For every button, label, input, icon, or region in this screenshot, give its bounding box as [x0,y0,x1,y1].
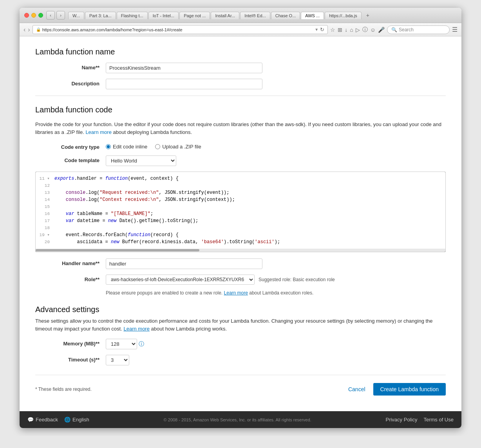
lambda-function-code-heading: Lambda function code [35,102,446,114]
edit-inline-option[interactable]: Edit code inline [106,144,147,150]
memory-info-icon[interactable]: ⓘ [139,341,144,348]
terms-of-use-link[interactable]: Terms of Use [423,417,454,423]
code-line-12: 12 [36,182,445,189]
menu-icon[interactable]: ☰ [452,26,457,33]
code-line-14: 14 console.log("Context received:\n", JS… [36,196,445,203]
back-button[interactable]: ‹ [46,11,55,20]
code-editor-container: 11 ▾ exports.handler = function(event, c… [35,172,446,252]
memory-select[interactable]: 128 192 256 320 384 512 [106,339,137,349]
tab-5[interactable]: Page not ... [179,12,210,19]
name-input[interactable] [106,63,262,73]
footer-copyright: © 2008 - 2015, Amazon Web Services, Inc.… [164,417,311,422]
tab-3[interactable]: Flashing t... [117,12,148,19]
feedback-link[interactable]: 💬 Feedback [27,417,58,423]
code-entry-type-label: Code entry type [35,142,106,150]
advanced-settings-heading: Advanced settings [35,305,446,314]
address-text: https://console.aws.amazon.com/lambda/ho… [42,27,313,32]
create-lambda-button[interactable]: Create Lambda function [373,383,446,396]
tab-2[interactable]: Part 3: La... [85,12,116,19]
address-tools: ☆ ⊞ ↓ ⌂ ▷ ⓘ ☺ 🎤 [330,26,385,33]
close-button[interactable] [24,13,29,18]
title-bar: ‹ › W... Part 3: La... Flashing t... IoT… [20,8,461,23]
learn-more-code-link[interactable]: Learn more [85,129,111,135]
forward-nav-button[interactable]: › [28,26,30,33]
back-nav-button[interactable]: ‹ [24,26,25,33]
description-row: Description [35,79,446,89]
scrollbar-thumb[interactable] [36,249,199,251]
handler-label: Handler name* [35,258,106,266]
handler-row: Handler name* [35,258,446,269]
action-bar: * These fields are required. Cancel Crea… [35,375,446,403]
footer-left: 💬 Feedback 🌐 English [27,417,89,423]
upload-zip-radio[interactable] [155,144,160,149]
page-content: Lambda function name Name* Description L… [20,36,461,428]
name-row: Name* [35,63,446,73]
tab-7[interactable]: Intel® Ed... [240,12,270,19]
code-description: Provide the code for your function. Use … [35,121,446,136]
tab-4[interactable]: IoT - Intel... [148,12,179,19]
mic-icon[interactable]: 🎤 [378,27,385,33]
footer-right: Privacy Policy Terms of Use [385,417,454,423]
tab-8[interactable]: Chase O... [271,12,300,19]
timeout-label: Timeout (s)* [35,355,106,363]
code-line-11: 11 ▾ exports.handler = function(event, c… [36,175,445,182]
handler-input[interactable] [106,258,262,269]
code-horizontal-scrollbar[interactable] [36,249,445,252]
timeout-row: Timeout (s)* 3 5 10 15 30 60 [35,355,446,365]
reader-icon[interactable]: ⊞ [338,27,342,33]
required-note: * These fields are required. [35,387,92,392]
language-link[interactable]: 🌐 English [64,417,89,423]
bookmark-icon[interactable]: ☆ [330,27,335,33]
code-line-13: 13 console.log("Request received:\n", JS… [36,189,445,196]
english-label: English [72,417,89,423]
home-icon[interactable]: ⌂ [350,27,353,33]
role-row: Role* aws-hackseries-sf-loft-DeviceExecu… [35,275,446,285]
globe-icon: 🌐 [64,417,71,423]
forward-button[interactable]: › [56,11,65,20]
traffic-lights[interactable] [24,13,43,18]
edit-inline-radio[interactable] [106,144,111,149]
code-template-select[interactable]: Hello World [106,155,176,166]
timeout-select[interactable]: 3 5 10 15 30 60 [106,355,129,365]
lock-icon: 🔒 [36,27,41,32]
learn-more-role-link[interactable]: Learn more [224,290,248,296]
tab-6[interactable]: Install Ar... [211,12,239,19]
tab-1[interactable]: W... [68,12,84,19]
privacy-policy-link[interactable]: Privacy Policy [385,417,417,423]
refresh-icon[interactable]: ↻ [320,27,324,33]
code-template-label: Code template [35,155,106,163]
code-line-17: 17 var datetime = new Date().getTime().t… [36,217,445,224]
search-box[interactable]: 🔍 Search [387,25,450,34]
description-input[interactable] [106,79,262,89]
nav-buttons: ‹ › [46,11,65,20]
dropdown-icon: ▼ [315,27,318,32]
tab-aws[interactable]: AWS ... [301,12,324,19]
upload-zip-option[interactable]: Upload a .ZIP file [155,144,201,150]
memory-label: Memory (MB)* [35,339,106,347]
page-footer: 💬 Feedback 🌐 English © 2008 - 2015, Amaz… [20,411,461,428]
upload-zip-label: Upload a .ZIP file [162,144,201,150]
code-template-row: Code template Hello World [35,155,446,166]
role-select[interactable]: aws-hackseries-sf-loft-DeviceExecutionRo… [106,275,255,285]
new-tab-button[interactable]: + [364,11,372,19]
chat-icon: 💬 [27,417,34,423]
role-label: Role* [35,275,106,282]
tab-bda[interactable]: https://...bda.js [325,12,362,19]
code-entry-type-row: Code entry type Edit code inline Upload … [35,142,446,150]
learn-more-pricing-link[interactable]: Learn more [123,326,149,332]
code-line-16: 16 var tableName = "[TABLE_NAME]"; [36,210,445,217]
emoji-icon[interactable]: ☺ [370,27,376,33]
minimize-button[interactable] [31,13,36,18]
maximize-button[interactable] [38,13,43,18]
address-field[interactable]: 🔒 https://console.aws.amazon.com/lambda/… [33,25,328,34]
lambda-function-name-heading: Lambda function name [35,44,446,56]
search-placeholder: Search [399,27,414,33]
download-icon[interactable]: ↓ [345,27,347,33]
role-control-group: aws-hackseries-sf-loft-DeviceExecutionRo… [106,275,446,285]
cancel-button[interactable]: Cancel [344,384,369,395]
code-editor[interactable]: 11 ▾ exports.handler = function(event, c… [36,172,445,249]
code-line-20: 20 asciidata = new Buffer(record.kinesis… [36,238,445,246]
info-circle-icon[interactable]: ⓘ [362,26,368,33]
send-icon[interactable]: ▷ [356,27,360,33]
action-buttons: Cancel Create Lambda function [344,383,446,396]
